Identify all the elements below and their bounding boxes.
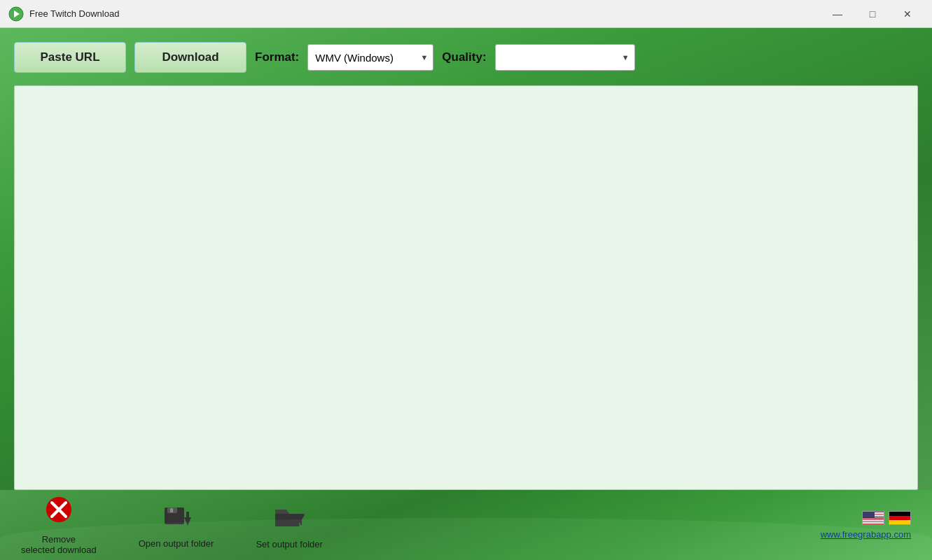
website-link[interactable]: www.freegrabapp.com	[821, 529, 911, 540]
minimize-button[interactable]: —	[821, 4, 854, 24]
set-folder-icon	[274, 501, 305, 535]
download-button[interactable]: Download	[134, 42, 246, 73]
format-label: Format:	[255, 50, 299, 64]
svg-rect-7	[170, 508, 173, 512]
app-title: Free Twitch Download	[29, 8, 821, 19]
flags	[862, 511, 911, 525]
toolbar: Paste URL Download Format: WMV (Windows)…	[14, 42, 918, 73]
open-folder-action[interactable]: Open output folder	[139, 502, 214, 549]
paste-url-button[interactable]: Paste URL	[14, 42, 126, 73]
quality-select[interactable]: High Medium Low	[495, 44, 635, 71]
format-select[interactable]: WMV (Windows) MP4 AVI MKV MOV	[307, 44, 433, 71]
title-bar: Free Twitch Download — □ ✕	[0, 0, 932, 28]
quality-label: Quality:	[442, 50, 486, 64]
open-folder-label: Open output folder	[139, 538, 214, 549]
flag-de[interactable]	[889, 511, 911, 525]
svg-rect-9	[186, 512, 189, 519]
flag-us[interactable]	[862, 511, 884, 525]
maximize-button[interactable]: □	[856, 4, 889, 24]
main-area: Paste URL Download Format: WMV (Windows)…	[0, 28, 932, 490]
bottom-actions: Removeselected download Open output fold…	[21, 496, 821, 555]
app-icon	[8, 6, 24, 22]
window-controls: — □ ✕	[821, 4, 924, 24]
open-folder-icon	[162, 502, 191, 534]
quality-select-wrapper: High Medium Low	[495, 44, 635, 71]
bottom-right: www.freegrabapp.com	[821, 511, 911, 540]
remove-icon	[45, 496, 73, 530]
svg-rect-11	[298, 521, 302, 525]
set-folder-action[interactable]: Set output folder	[256, 501, 322, 550]
format-select-wrapper: WMV (Windows) MP4 AVI MKV MOV	[307, 44, 433, 71]
remove-download-action[interactable]: Removeselected download	[21, 496, 97, 555]
close-button[interactable]: ✕	[891, 4, 924, 24]
bottom-bar: Removeselected download Open output fold…	[0, 490, 932, 560]
svg-rect-12	[299, 523, 300, 525]
download-list-area	[14, 85, 918, 490]
set-folder-label: Set output folder	[256, 539, 322, 550]
remove-label: Removeselected download	[21, 534, 97, 555]
